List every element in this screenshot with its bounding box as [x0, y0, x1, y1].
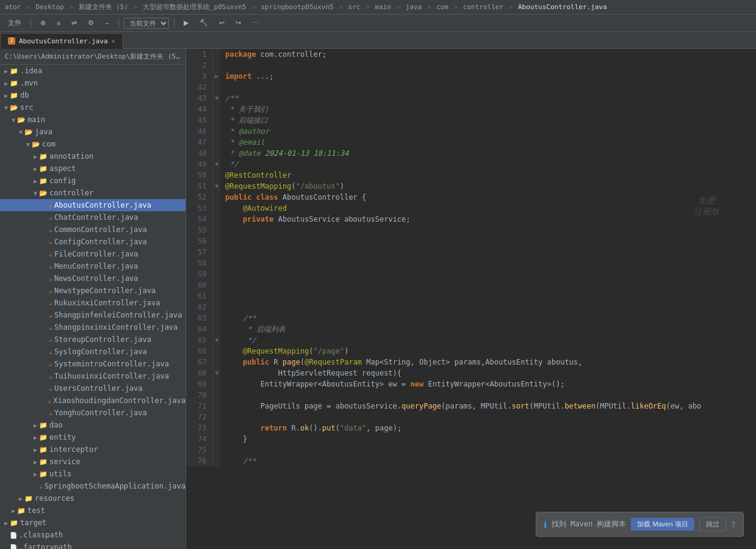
- tab-aboutus-controller[interactable]: J AboutusController.java ×: [0, 33, 123, 49]
- sidebar-item-storeup-controller[interactable]: ▶ ☕ StoreupController.java: [0, 333, 185, 346]
- sidebar-item-annotation[interactable]: ▶ 📁 annotation: [0, 150, 185, 162]
- line-content[interactable]: /**: [220, 456, 755, 467]
- line-content[interactable]: @RequestMapping("/aboutus"): [220, 181, 755, 192]
- line-content[interactable]: [220, 236, 755, 247]
- line-content[interactable]: [220, 302, 755, 313]
- line-content[interactable]: package com.controller;: [220, 49, 755, 60]
- sidebar-item-classpath[interactable]: ▶ 📄 .classpath: [0, 529, 185, 541]
- sidebar-item-shangpinxinxi-controller[interactable]: ▶ ☕ ShangpinxinxiController.java: [0, 321, 185, 333]
- line-content[interactable]: * @date 2024-01-13 18:11:34: [220, 148, 755, 159]
- sidebar-item-controller[interactable]: ▼ 📂 controller: [0, 187, 185, 199]
- sidebar-item-mvn[interactable]: ▶ 📁 .mvn: [0, 77, 185, 89]
- sidebar-item-yonghu-controller[interactable]: ▶ ☕ YonghuController.java: [0, 407, 185, 419]
- line-content[interactable]: * @author: [220, 126, 755, 137]
- line-content[interactable]: import ...;: [220, 71, 755, 82]
- line-content[interactable]: @Autowired: [220, 203, 755, 214]
- line-content[interactable]: [220, 390, 755, 401]
- line-content[interactable]: }: [220, 434, 755, 445]
- sidebar-item-users-controller[interactable]: ▶ ☕ UsersController.java: [0, 382, 185, 394]
- line-content[interactable]: [220, 445, 755, 456]
- current-file-dropdown[interactable]: 当前文件: [124, 18, 169, 29]
- line-content[interactable]: [220, 412, 755, 423]
- more-button[interactable]: ⋯: [248, 17, 263, 29]
- tab-close-button[interactable]: ×: [112, 38, 115, 45]
- code-editor[interactable]: 免费 注册版 1 package com.controller; 2 3 ▶: [186, 49, 756, 549]
- maven-load-button[interactable]: 加载 Maven 项目: [631, 518, 694, 531]
- line-content[interactable]: HttpServletRequest request){: [220, 368, 755, 379]
- line-content[interactable]: * @email: [220, 137, 755, 148]
- sidebar-item-test[interactable]: ▶ 📁 test: [0, 504, 185, 517]
- sidebar-item-com[interactable]: ▼ 📂 com: [0, 138, 185, 150]
- sidebar-item-common-controller[interactable]: ▶ ☕ CommonController.java: [0, 224, 185, 236]
- sidebar-item-db[interactable]: ▶ 📁 db: [0, 89, 185, 101]
- sidebar-item-service[interactable]: ▶ 📁 service: [0, 456, 185, 468]
- line-content[interactable]: */: [220, 335, 755, 346]
- sidebar-item-chat-controller[interactable]: ▶ ☕ ChatController.java: [0, 211, 185, 224]
- sidebar-item-shangpinfenlei-controller[interactable]: ▶ ☕ ShangpinfenleiController.java: [0, 309, 185, 321]
- line-content[interactable]: * 后端列表: [220, 324, 755, 335]
- line-content[interactable]: [220, 280, 755, 291]
- sidebar-item-syslog-controller[interactable]: ▶ ☕ SyslogController.java: [0, 346, 185, 358]
- line-content[interactable]: public class AboutusController {: [220, 192, 755, 203]
- sidebar-item-menu-controller[interactable]: ▶ ☕ MenuController.java: [0, 260, 185, 272]
- line-content[interactable]: * 关于我们: [220, 104, 755, 115]
- sidebar-item-label-java: java: [35, 128, 52, 136]
- line-content[interactable]: [220, 82, 755, 93]
- line-content[interactable]: public R page(@RequestParam Map<String, …: [220, 357, 755, 368]
- line-content[interactable]: */: [220, 159, 755, 170]
- sidebar-item-tuihuoxinxi-controller[interactable]: ▶ ☕ TuihuoxinxiController.java: [0, 370, 185, 382]
- sidebar-item-src[interactable]: ▼ 📂 src: [0, 101, 185, 114]
- sidebar-item-main[interactable]: ▼ 📂 main: [0, 114, 185, 126]
- sidebar-item-xiaoshoudingdan-controller[interactable]: ▶ ☕ XiaoshoudingdanController.java: [0, 394, 185, 407]
- line-content[interactable]: * 后端接口: [220, 115, 755, 126]
- sidebar-item-interceptor[interactable]: ▶ 📁 interceptor: [0, 443, 185, 456]
- line-content[interactable]: @RequestMapping("/page"): [220, 346, 755, 357]
- run-button[interactable]: ▶: [179, 17, 193, 29]
- maven-help-icon[interactable]: ?: [731, 520, 736, 529]
- sidebar-item-file-controller[interactable]: ▶ ☕ FileController.java: [0, 248, 185, 260]
- build-button[interactable]: 🔨: [195, 17, 212, 29]
- sidebar-item-config-controller[interactable]: ▶ ☕ ConfigController.java: [0, 236, 185, 248]
- sidebar-item-newstype-controller[interactable]: ▶ ☕ NewstypeController.java: [0, 285, 185, 297]
- sidebar-item-target[interactable]: ▶ 📁 target: [0, 517, 185, 529]
- sidebar-item-rukuxinxi-controller[interactable]: ▶ ☕ RukuxinxiController.java: [0, 297, 185, 309]
- toolbar-settings-button[interactable]: ⚙: [84, 17, 98, 29]
- sidebar-item-news-controller[interactable]: ▶ ☕ NewsController.java: [0, 272, 185, 285]
- sidebar-item-springboot-app[interactable]: ▶ ☕ SpringbootSchemaApplication.java: [0, 480, 185, 492]
- sidebar-item-utils[interactable]: ▶ 📁 utils: [0, 468, 185, 480]
- line-content[interactable]: [220, 269, 755, 280]
- toolbar-btn-add[interactable]: ⊕: [36, 17, 50, 29]
- sidebar-item-aboutus-controller[interactable]: ▶ ☕ AboutusController.java: [0, 199, 185, 211]
- line-content[interactable]: [220, 60, 755, 71]
- sidebar-item-entity[interactable]: ▶ 📁 entity: [0, 431, 185, 443]
- code-line-71: 71 PageUtils page = aboutusService.query…: [186, 401, 756, 412]
- forward-button[interactable]: ↪: [231, 17, 245, 29]
- sidebar-item-systemintro-controller[interactable]: ▶ ☕ SystemintroController.java: [0, 358, 185, 370]
- line-content[interactable]: [220, 291, 755, 302]
- maven-skip-button[interactable]: 跳过: [699, 517, 726, 531]
- folder-icon-java: 📂: [24, 128, 33, 136]
- toolbar-sep-dash[interactable]: −: [101, 18, 113, 29]
- line-content[interactable]: /**: [220, 93, 755, 104]
- line-content[interactable]: [220, 247, 755, 258]
- sidebar-item-java[interactable]: ▼ 📂 java: [0, 126, 185, 138]
- sidebar-item-idea[interactable]: ▶ 📁 .idea: [0, 65, 185, 77]
- line-content[interactable]: private AboutusService aboutusService;: [220, 214, 755, 225]
- line-content[interactable]: @RestController: [220, 170, 755, 181]
- sidebar-item-resources[interactable]: ▶ 📁 resources: [0, 492, 185, 504]
- line-content[interactable]: /**: [220, 313, 755, 324]
- line-content[interactable]: [220, 225, 755, 236]
- line-content[interactable]: PageUtils page = aboutusService.queryPag…: [220, 401, 755, 412]
- sidebar-item-factorypath[interactable]: ▶ 📄 .factorypath: [0, 541, 185, 549]
- file-menu-button[interactable]: 文件: [4, 16, 26, 29]
- back-button[interactable]: ↩: [215, 17, 229, 29]
- line-content[interactable]: EntityWrapper<AboutusEntity> ew = new En…: [220, 379, 755, 390]
- toolbar-btn-list[interactable]: ≡: [52, 18, 65, 29]
- arrow-icon-com: ▼: [24, 141, 32, 148]
- sidebar-item-dao[interactable]: ▶ 📁 dao: [0, 419, 185, 431]
- line-content[interactable]: [220, 258, 755, 269]
- sidebar-item-aspect[interactable]: ▶ 📁 aspect: [0, 162, 185, 175]
- sidebar-item-config[interactable]: ▶ 📁 config: [0, 175, 185, 187]
- toolbar-btn-sync[interactable]: ⇌: [67, 17, 81, 29]
- line-content[interactable]: return R.ok().put("data", page);: [220, 423, 755, 434]
